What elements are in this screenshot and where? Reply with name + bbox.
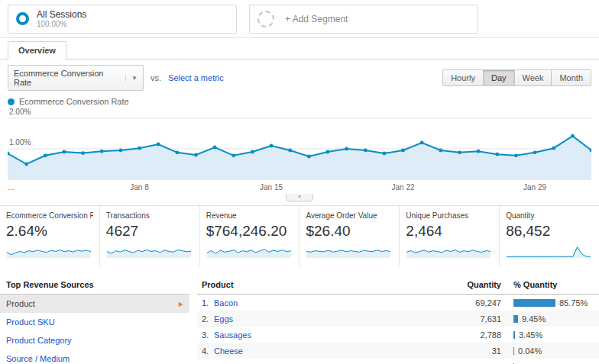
row-rank: 4. xyxy=(202,346,214,356)
y-tick-label: 1.00% xyxy=(9,138,31,147)
pct-value: 3.45% xyxy=(519,330,542,340)
add-segment-label: + Add Segment xyxy=(285,14,348,24)
pct-bar xyxy=(513,315,518,323)
bottom-section: Top Revenue Sources Product▶Product SKUP… xyxy=(0,276,599,364)
pct-quantity-cell: 0.03% xyxy=(509,359,599,364)
scorecard-revenue[interactable]: Revenue$764,246.20 xyxy=(200,206,300,266)
chart-collapse-handle[interactable]: ▾ xyxy=(286,194,313,201)
x-tick-ellipsis: ... xyxy=(8,183,14,192)
pct-bar xyxy=(513,331,515,339)
quantity-cell: 7,631 xyxy=(440,311,509,327)
scorecard-transactions[interactable]: Transactions4627 xyxy=(100,206,200,266)
column-header-product[interactable]: Product xyxy=(197,276,440,295)
quantity-cell: 27 xyxy=(440,359,509,364)
product-cell: 4.Cheese xyxy=(197,343,440,359)
sparkline xyxy=(206,242,292,260)
x-tick-label: Jan 8 xyxy=(130,183,148,192)
tab-overview[interactable]: Overview xyxy=(8,41,66,60)
x-tick-label: Jan 29 xyxy=(523,183,546,192)
scorecard-label: Average Order Value xyxy=(306,211,393,220)
conversion-rate-chart xyxy=(8,106,591,182)
scorecard-label: Transactions xyxy=(106,211,193,220)
all-sessions-segment[interactable]: All Sessions 100.00% xyxy=(8,5,237,34)
nav-item-label: Product xyxy=(6,299,35,308)
row-rank: 3. xyxy=(202,330,214,340)
revenue-sources-nav: Product▶Product SKUProduct CategorySourc… xyxy=(0,295,189,364)
scorecard-quantity[interactable]: Quantity86,452 xyxy=(500,206,599,266)
nav-item-label: Product Category xyxy=(6,336,72,345)
revenue-sources-panel: Top Revenue Sources Product▶Product SKUP… xyxy=(0,276,189,364)
nav-item-label: Source / Medium xyxy=(6,354,70,363)
granularity-group: HourlyDayWeekMonth xyxy=(442,69,591,86)
metric-dropdown[interactable]: Ecommerce Conversion Rate ▼ xyxy=(8,65,144,91)
table-row: 2.Eggs7,6319.45% xyxy=(197,311,599,327)
pct-value: 85.75% xyxy=(559,298,588,308)
product-cell: 5.Onions xyxy=(197,359,440,364)
product-link-sausages[interactable]: Sausages xyxy=(214,330,251,340)
chart-legend: Ecommerce Conversion Rate xyxy=(0,94,599,106)
product-table-body: 1.Bacon69,24785.75%2.Eggs7,6319.45%3.Sau… xyxy=(197,295,599,364)
table-row: 1.Bacon69,24785.75% xyxy=(197,295,599,311)
nav-item-product[interactable]: Product▶ xyxy=(0,295,189,313)
granularity-week[interactable]: Week xyxy=(515,69,552,86)
sparkline xyxy=(406,242,491,260)
scorecard-value: 2.64% xyxy=(6,223,93,240)
sparkline xyxy=(506,242,591,260)
nav-item-product-sku[interactable]: Product SKU xyxy=(0,313,189,331)
x-tick-label: Jan 15 xyxy=(260,183,283,192)
legend-label: Ecommerce Conversion Rate xyxy=(19,97,129,106)
product-cell: 1.Bacon xyxy=(197,295,440,311)
scorecards: Ecommerce Conversion Rate2.64%Transactio… xyxy=(0,205,599,266)
granularity-hourly[interactable]: Hourly xyxy=(442,69,484,86)
quantity-cell: 2,788 xyxy=(440,327,509,343)
y-tick-label: 2.00% xyxy=(9,108,31,116)
tab-bar: Overview xyxy=(0,38,599,60)
sparkline xyxy=(306,242,391,260)
column-header-quantity[interactable]: % Quantity xyxy=(509,276,599,295)
table-row: 3.Sausages2,7883.45% xyxy=(197,327,599,343)
granularity-day[interactable]: Day xyxy=(484,69,515,86)
product-cell: 3.Sausages xyxy=(197,327,440,343)
scorecard-label: Revenue xyxy=(206,211,293,220)
add-segment-button[interactable]: + Add Segment xyxy=(249,5,478,34)
granularity-month[interactable]: Month xyxy=(552,69,591,86)
pct-bar xyxy=(513,299,555,307)
x-axis: ... Jan 8Jan 15Jan 22Jan 29 xyxy=(8,183,591,193)
all-sessions-text: All Sessions 100.00% xyxy=(37,9,86,28)
add-segment-icon xyxy=(257,11,274,27)
nav-item-product-category[interactable]: Product Category xyxy=(0,331,189,350)
product-link-cheese[interactable]: Cheese xyxy=(214,346,243,356)
select-metric-link[interactable]: Select a metric xyxy=(168,73,224,82)
scorecard-average-order-value[interactable]: Average Order Value$26.40 xyxy=(300,206,400,266)
pct-value: 9.45% xyxy=(522,314,546,324)
chevron-right-icon: ▶ xyxy=(179,301,183,308)
product-link-eggs[interactable]: Eggs xyxy=(214,314,233,324)
row-rank: 2. xyxy=(202,314,214,324)
nav-item-source-medium[interactable]: Source / Medium xyxy=(0,350,189,364)
scorecard-unique-purchases[interactable]: Unique Purchases2,464 xyxy=(400,206,500,266)
scorecard-value: $26.40 xyxy=(306,223,393,240)
scorecard-label: Ecommerce Conversion Rate xyxy=(6,211,93,220)
metric-dropdown-label: Ecommerce Conversion Rate xyxy=(14,69,119,87)
metric-controls: Ecommerce Conversion Rate ▼ vs. Select a… xyxy=(0,60,599,94)
product-table-wrap: ProductQuantity% Quantity 1.Bacon69,2478… xyxy=(197,276,599,364)
scorecard-ecommerce-conversion-rate[interactable]: Ecommerce Conversion Rate2.64% xyxy=(0,206,100,266)
pct-quantity-cell: 9.45% xyxy=(509,311,599,327)
scorecard-label: Quantity xyxy=(506,211,593,220)
scorecard-label: Unique Purchases xyxy=(406,211,493,220)
sparkline xyxy=(106,242,192,260)
sparkline xyxy=(6,242,92,260)
scorecard-value: 2,464 xyxy=(406,223,493,240)
all-sessions-icon xyxy=(16,12,29,25)
pct-quantity-cell: 0.04% xyxy=(509,343,599,359)
revenue-sources-title: Top Revenue Sources xyxy=(0,276,189,295)
pct-quantity-cell: 3.45% xyxy=(509,327,599,343)
column-header-quantity[interactable]: Quantity xyxy=(440,276,509,295)
x-tick-label: Jan 22 xyxy=(392,183,415,192)
series-dot-icon xyxy=(8,98,15,105)
nav-item-label: Product SKU xyxy=(6,317,55,327)
vs-label: vs. xyxy=(151,73,161,82)
table-row: 5.Onions270.03% xyxy=(197,359,599,364)
pct-bar xyxy=(513,347,514,355)
product-link-bacon[interactable]: Bacon xyxy=(214,298,238,308)
